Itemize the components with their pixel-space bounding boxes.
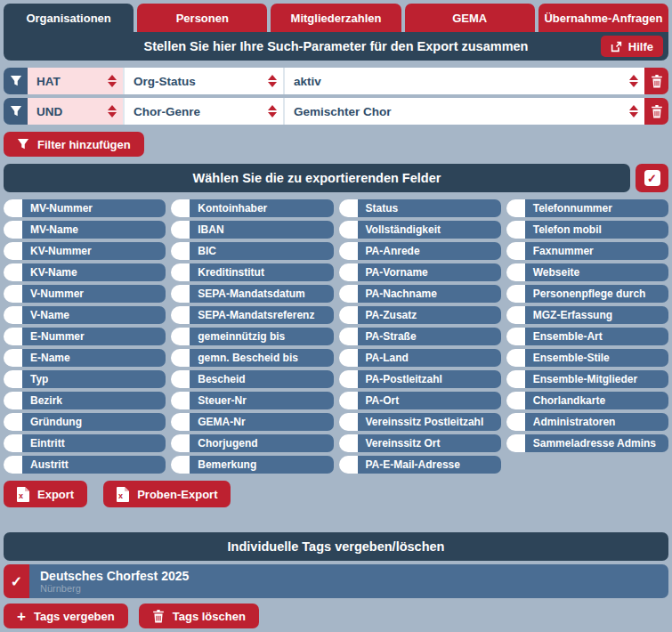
tab-personen[interactable]: Personen [137, 4, 267, 32]
export-button[interactable]: x Export [4, 481, 87, 507]
filter-connector-select[interactable]: HAT [28, 68, 123, 94]
field-checkbox[interactable] [506, 349, 525, 367]
field-checkbox[interactable] [4, 349, 22, 367]
field-chip[interactable]: PA-Anrede [339, 242, 501, 260]
field-chip[interactable]: MV-Nummer [4, 199, 166, 217]
field-checkbox[interactable] [4, 328, 22, 345]
field-checkbox[interactable] [506, 242, 525, 260]
field-chip[interactable]: Bemerkung [171, 456, 333, 474]
field-chip[interactable]: PA-Nachname [339, 285, 501, 303]
field-chip[interactable]: Chorjugend [171, 434, 333, 452]
field-chip[interactable]: IBAN [171, 221, 333, 239]
field-checkbox[interactable] [171, 221, 190, 239]
field-checkbox[interactable] [4, 199, 22, 217]
field-checkbox[interactable] [506, 263, 525, 281]
field-chip[interactable]: V-Nummer [4, 285, 166, 303]
field-chip[interactable]: GEMA-Nr [171, 413, 333, 431]
field-checkbox[interactable] [4, 242, 22, 260]
assign-tags-button[interactable]: + Tags vergeben [4, 604, 128, 628]
field-checkbox[interactable] [339, 242, 358, 260]
field-checkbox[interactable] [4, 456, 22, 474]
field-checkbox[interactable] [506, 413, 525, 431]
field-chip[interactable]: PA-Ort [339, 392, 501, 409]
field-chip[interactable]: Webseite [506, 263, 668, 281]
field-checkbox[interactable] [171, 434, 190, 452]
field-chip[interactable]: Telefonnummer [506, 199, 668, 217]
field-checkbox[interactable] [506, 392, 525, 409]
proben-export-button[interactable]: x Proben-Export [103, 481, 231, 507]
field-chip[interactable]: Eintritt [4, 434, 166, 452]
field-chip[interactable]: Personenpflege durch [506, 285, 668, 303]
field-chip[interactable]: SEPA-Mandatsdatum [171, 285, 333, 303]
field-checkbox[interactable] [171, 306, 190, 324]
add-filter-button[interactable]: Filter hinzufügen [4, 132, 144, 157]
filter-value-select[interactable]: Gemischter Chor [283, 98, 644, 125]
field-checkbox[interactable] [171, 263, 190, 281]
field-checkbox[interactable] [171, 242, 190, 260]
select-all-fields-button[interactable]: ✓ [636, 164, 668, 192]
tab-gema[interactable]: GEMA [405, 4, 535, 32]
field-checkbox[interactable] [4, 285, 22, 303]
field-checkbox[interactable] [506, 199, 525, 217]
field-chip[interactable]: KV-Nummer [4, 242, 166, 260]
delete-filter-button[interactable] [644, 68, 668, 94]
field-checkbox[interactable] [339, 413, 358, 431]
field-checkbox[interactable] [171, 199, 190, 217]
field-checkbox[interactable] [339, 306, 358, 324]
field-checkbox[interactable] [171, 413, 190, 431]
field-checkbox[interactable] [506, 221, 525, 239]
field-chip[interactable]: E-Nummer [4, 328, 166, 345]
field-checkbox[interactable] [339, 263, 358, 281]
field-checkbox[interactable] [339, 392, 358, 409]
field-chip[interactable]: MGZ-Erfassung [506, 306, 668, 324]
field-chip[interactable]: E-Name [4, 349, 166, 367]
delete-filter-button[interactable] [644, 98, 668, 125]
field-checkbox[interactable] [506, 285, 525, 303]
field-chip[interactable]: Typ [4, 370, 166, 388]
field-checkbox[interactable] [171, 456, 190, 474]
field-chip[interactable]: MV-Name [4, 221, 166, 239]
field-checkbox[interactable] [4, 413, 22, 431]
field-chip[interactable]: Ensemble-Mitglieder [506, 370, 668, 388]
filter-field-select[interactable]: Chor-Genre [123, 98, 283, 125]
field-chip[interactable]: Vereinssitz Ort [339, 434, 501, 452]
delete-tags-button[interactable]: Tags löschen [139, 604, 259, 628]
field-checkbox[interactable] [4, 221, 22, 239]
field-chip[interactable]: Kreditinstitut [171, 263, 333, 281]
field-checkbox[interactable] [171, 285, 190, 303]
field-checkbox[interactable] [339, 285, 358, 303]
field-chip[interactable]: PA-Straße [339, 328, 501, 345]
field-checkbox[interactable] [506, 328, 525, 345]
field-chip[interactable]: Ensemble-Art [506, 328, 668, 345]
field-chip[interactable]: Chorlandkarte [506, 392, 668, 409]
field-chip[interactable]: Steuer-Nr [171, 392, 333, 409]
field-checkbox[interactable] [4, 370, 22, 388]
field-checkbox[interactable] [339, 434, 358, 452]
field-checkbox[interactable] [339, 328, 358, 345]
tag-item[interactable]: ✓ Deutsches Chorfest 2025 Nürnberg [4, 564, 668, 598]
field-checkbox[interactable] [506, 306, 525, 324]
help-button[interactable]: Hilfe [601, 36, 663, 57]
filter-connector-select[interactable]: UND [28, 98, 123, 125]
field-chip[interactable]: Bescheid [171, 370, 333, 388]
field-chip[interactable]: Kontoinhaber [171, 199, 333, 217]
field-checkbox[interactable] [171, 392, 190, 409]
field-chip[interactable]: gemeinnützig bis [171, 328, 333, 345]
field-chip[interactable]: Vollständigkeit [339, 221, 501, 239]
field-chip[interactable]: BIC [171, 242, 333, 260]
field-checkbox[interactable] [339, 456, 358, 474]
tab-mitgliederzahlen[interactable]: Mitgliederzahlen [271, 4, 401, 32]
field-chip[interactable]: Status [339, 199, 501, 217]
field-chip[interactable]: Bezirk [4, 392, 166, 409]
field-chip[interactable]: V-Name [4, 306, 166, 324]
field-checkbox[interactable] [4, 392, 22, 409]
field-checkbox[interactable] [339, 199, 358, 217]
field-checkbox[interactable] [339, 349, 358, 367]
field-chip[interactable]: PA-Land [339, 349, 501, 367]
field-chip[interactable]: Telefon mobil [506, 221, 668, 239]
field-chip[interactable]: PA-E-Mail-Adresse [339, 456, 501, 474]
filter-field-select[interactable]: Org-Status [123, 68, 283, 94]
field-checkbox[interactable] [4, 434, 22, 452]
field-chip[interactable]: PA-Zusatz [339, 306, 501, 324]
tag-checkbox-checked[interactable]: ✓ [4, 564, 29, 598]
